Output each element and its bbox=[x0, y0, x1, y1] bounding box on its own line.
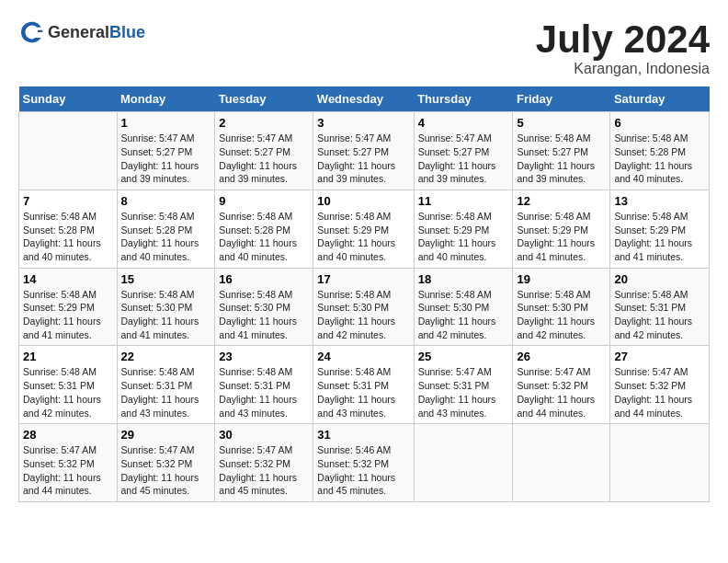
day-number: 23 bbox=[219, 350, 309, 363]
cell-info: Sunrise: 5:47 AM Sunset: 5:32 PM Dayligh… bbox=[23, 443, 113, 498]
calendar-week-row: 14Sunrise: 5:48 AM Sunset: 5:29 PM Dayli… bbox=[19, 268, 710, 346]
day-number: 4 bbox=[418, 116, 509, 130]
calendar-cell: 17Sunrise: 5:48 AM Sunset: 5:30 PM Dayli… bbox=[313, 268, 414, 346]
day-number: 16 bbox=[219, 272, 309, 286]
calendar-cell: 19Sunrise: 5:48 AM Sunset: 5:30 PM Dayli… bbox=[513, 268, 610, 346]
cell-info: Sunrise: 5:48 AM Sunset: 5:31 PM Dayligh… bbox=[23, 365, 113, 419]
logo: GeneralBlue bbox=[18, 18, 145, 46]
calendar-cell: 24Sunrise: 5:48 AM Sunset: 5:31 PM Dayli… bbox=[313, 346, 414, 424]
day-number: 28 bbox=[23, 428, 113, 442]
calendar-cell: 18Sunrise: 5:48 AM Sunset: 5:30 PM Dayli… bbox=[414, 268, 513, 346]
cell-info: Sunrise: 5:48 AM Sunset: 5:28 PM Dayligh… bbox=[614, 132, 705, 186]
calendar-cell bbox=[414, 424, 513, 502]
calendar-cell bbox=[513, 424, 610, 502]
cell-info: Sunrise: 5:48 AM Sunset: 5:30 PM Dayligh… bbox=[219, 288, 309, 342]
calendar-week-row: 21Sunrise: 5:48 AM Sunset: 5:31 PM Dayli… bbox=[19, 346, 710, 424]
day-number: 20 bbox=[614, 272, 705, 286]
day-number: 8 bbox=[121, 194, 211, 208]
calendar-cell: 27Sunrise: 5:47 AM Sunset: 5:32 PM Dayli… bbox=[610, 346, 710, 424]
day-number: 24 bbox=[317, 350, 409, 363]
cell-info: Sunrise: 5:47 AM Sunset: 5:27 PM Dayligh… bbox=[219, 132, 309, 186]
day-number: 26 bbox=[517, 350, 606, 363]
day-number: 31 bbox=[317, 428, 409, 442]
calendar-cell: 7Sunrise: 5:48 AM Sunset: 5:28 PM Daylig… bbox=[19, 190, 118, 268]
day-number: 15 bbox=[121, 272, 211, 286]
day-number: 21 bbox=[23, 350, 113, 363]
calendar-cell: 23Sunrise: 5:48 AM Sunset: 5:31 PM Dayli… bbox=[215, 346, 313, 424]
cell-info: Sunrise: 5:48 AM Sunset: 5:29 PM Dayligh… bbox=[317, 210, 409, 264]
calendar-cell: 5Sunrise: 5:48 AM Sunset: 5:27 PM Daylig… bbox=[513, 112, 610, 190]
header-day-saturday: Saturday bbox=[610, 86, 710, 112]
cell-info: Sunrise: 5:48 AM Sunset: 5:31 PM Dayligh… bbox=[121, 365, 211, 419]
calendar-header-row: SundayMondayTuesdayWednesdayThursdayFrid… bbox=[19, 86, 710, 112]
calendar-cell bbox=[610, 424, 710, 502]
calendar-week-row: 1Sunrise: 5:47 AM Sunset: 5:27 PM Daylig… bbox=[19, 112, 710, 190]
calendar-cell: 13Sunrise: 5:48 AM Sunset: 5:29 PM Dayli… bbox=[610, 190, 710, 268]
header-day-friday: Friday bbox=[513, 86, 610, 112]
header-day-tuesday: Tuesday bbox=[215, 86, 313, 112]
calendar-cell: 4Sunrise: 5:47 AM Sunset: 5:27 PM Daylig… bbox=[414, 112, 513, 190]
day-number: 29 bbox=[121, 428, 211, 442]
title-block: July 2024 Karangan, Indonesia bbox=[536, 18, 710, 77]
header-day-wednesday: Wednesday bbox=[313, 86, 414, 112]
day-number: 30 bbox=[219, 428, 309, 442]
calendar-cell: 21Sunrise: 5:48 AM Sunset: 5:31 PM Dayli… bbox=[19, 346, 118, 424]
day-number: 19 bbox=[517, 272, 606, 286]
cell-info: Sunrise: 5:47 AM Sunset: 5:32 PM Dayligh… bbox=[121, 443, 211, 498]
calendar-cell: 25Sunrise: 5:47 AM Sunset: 5:31 PM Dayli… bbox=[414, 346, 513, 424]
subtitle: Karangan, Indonesia bbox=[536, 61, 710, 77]
day-number: 13 bbox=[614, 194, 705, 208]
cell-info: Sunrise: 5:48 AM Sunset: 5:29 PM Dayligh… bbox=[517, 210, 606, 264]
cell-info: Sunrise: 5:47 AM Sunset: 5:32 PM Dayligh… bbox=[517, 365, 606, 419]
calendar-cell: 31Sunrise: 5:46 AM Sunset: 5:32 PM Dayli… bbox=[313, 424, 414, 502]
calendar-cell: 3Sunrise: 5:47 AM Sunset: 5:27 PM Daylig… bbox=[313, 112, 414, 190]
calendar-cell: 8Sunrise: 5:48 AM Sunset: 5:28 PM Daylig… bbox=[117, 190, 215, 268]
calendar-cell: 15Sunrise: 5:48 AM Sunset: 5:30 PM Dayli… bbox=[117, 268, 215, 346]
calendar-cell: 10Sunrise: 5:48 AM Sunset: 5:29 PM Dayli… bbox=[313, 190, 414, 268]
calendar-cell: 1Sunrise: 5:47 AM Sunset: 5:27 PM Daylig… bbox=[117, 112, 215, 190]
day-number: 7 bbox=[23, 194, 113, 208]
cell-info: Sunrise: 5:48 AM Sunset: 5:30 PM Dayligh… bbox=[418, 288, 509, 342]
header-day-sunday: Sunday bbox=[19, 86, 118, 112]
day-number: 25 bbox=[418, 350, 509, 363]
logo-general: General bbox=[48, 23, 109, 41]
cell-info: Sunrise: 5:47 AM Sunset: 5:27 PM Dayligh… bbox=[121, 132, 211, 186]
calendar-cell: 28Sunrise: 5:47 AM Sunset: 5:32 PM Dayli… bbox=[19, 424, 118, 502]
cell-info: Sunrise: 5:46 AM Sunset: 5:32 PM Dayligh… bbox=[317, 443, 409, 498]
cell-info: Sunrise: 5:48 AM Sunset: 5:29 PM Dayligh… bbox=[23, 288, 113, 342]
cell-info: Sunrise: 5:47 AM Sunset: 5:27 PM Dayligh… bbox=[317, 132, 409, 186]
day-number: 27 bbox=[614, 350, 705, 363]
cell-info: Sunrise: 5:47 AM Sunset: 5:27 PM Dayligh… bbox=[418, 132, 509, 186]
calendar-cell: 16Sunrise: 5:48 AM Sunset: 5:30 PM Dayli… bbox=[215, 268, 313, 346]
day-number: 22 bbox=[121, 350, 211, 363]
calendar-cell: 26Sunrise: 5:47 AM Sunset: 5:32 PM Dayli… bbox=[513, 346, 610, 424]
day-number: 18 bbox=[418, 272, 509, 286]
cell-info: Sunrise: 5:48 AM Sunset: 5:31 PM Dayligh… bbox=[614, 288, 705, 342]
day-number: 1 bbox=[121, 116, 211, 130]
cell-info: Sunrise: 5:48 AM Sunset: 5:30 PM Dayligh… bbox=[517, 288, 606, 342]
calendar-table: SundayMondayTuesdayWednesdayThursdayFrid… bbox=[18, 86, 710, 502]
day-number: 14 bbox=[23, 272, 113, 286]
day-number: 10 bbox=[317, 194, 409, 208]
calendar-cell: 20Sunrise: 5:48 AM Sunset: 5:31 PM Dayli… bbox=[610, 268, 710, 346]
cell-info: Sunrise: 5:48 AM Sunset: 5:27 PM Dayligh… bbox=[517, 132, 606, 186]
day-number: 5 bbox=[517, 116, 606, 130]
cell-info: Sunrise: 5:48 AM Sunset: 5:29 PM Dayligh… bbox=[614, 210, 705, 264]
cell-info: Sunrise: 5:48 AM Sunset: 5:29 PM Dayligh… bbox=[418, 210, 509, 264]
calendar-cell: 2Sunrise: 5:47 AM Sunset: 5:27 PM Daylig… bbox=[215, 112, 313, 190]
cell-info: Sunrise: 5:48 AM Sunset: 5:31 PM Dayligh… bbox=[317, 365, 409, 419]
main-title: July 2024 bbox=[536, 18, 710, 61]
day-number: 11 bbox=[418, 194, 509, 208]
calendar-cell: 6Sunrise: 5:48 AM Sunset: 5:28 PM Daylig… bbox=[610, 112, 710, 190]
cell-info: Sunrise: 5:47 AM Sunset: 5:32 PM Dayligh… bbox=[614, 365, 705, 419]
day-number: 3 bbox=[317, 116, 409, 130]
cell-info: Sunrise: 5:48 AM Sunset: 5:30 PM Dayligh… bbox=[121, 288, 211, 342]
calendar-cell: 12Sunrise: 5:48 AM Sunset: 5:29 PM Dayli… bbox=[513, 190, 610, 268]
cell-info: Sunrise: 5:48 AM Sunset: 5:28 PM Dayligh… bbox=[23, 210, 113, 264]
logo-text: GeneralBlue bbox=[48, 23, 145, 42]
calendar-cell: 14Sunrise: 5:48 AM Sunset: 5:29 PM Dayli… bbox=[19, 268, 118, 346]
header-day-thursday: Thursday bbox=[414, 86, 513, 112]
cell-info: Sunrise: 5:48 AM Sunset: 5:31 PM Dayligh… bbox=[219, 365, 309, 419]
calendar-cell: 29Sunrise: 5:47 AM Sunset: 5:32 PM Dayli… bbox=[117, 424, 215, 502]
calendar-cell: 30Sunrise: 5:47 AM Sunset: 5:32 PM Dayli… bbox=[215, 424, 313, 502]
